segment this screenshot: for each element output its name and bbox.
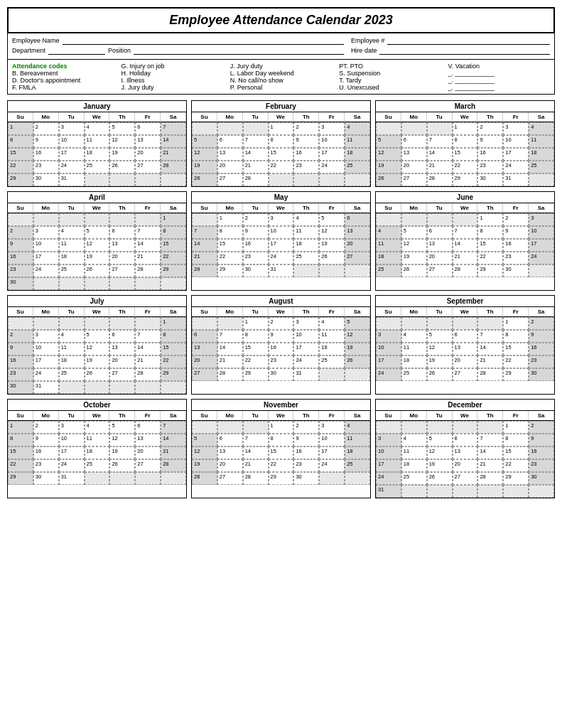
cal-cell[interactable] xyxy=(109,381,135,394)
cal-cell[interactable]: 11 xyxy=(376,239,401,252)
cal-cell[interactable]: 1 xyxy=(503,317,529,330)
cal-cell[interactable]: 22 xyxy=(243,355,269,368)
cal-cell[interactable] xyxy=(217,317,243,330)
cal-cell[interactable]: 20 xyxy=(453,355,478,368)
cal-cell[interactable] xyxy=(243,421,269,434)
cal-cell[interactable]: 26 xyxy=(427,472,453,485)
cal-cell[interactable]: 25 xyxy=(529,161,554,173)
cal-cell[interactable]: 18 xyxy=(401,355,427,368)
cal-cell[interactable]: 11 xyxy=(293,226,319,239)
cal-cell[interactable]: 13 xyxy=(217,148,243,161)
cal-cell[interactable]: 25 xyxy=(85,161,110,173)
cal-cell[interactable]: 18 xyxy=(85,446,110,459)
cal-cell[interactable]: 20 xyxy=(217,459,243,472)
cal-cell[interactable]: 2 xyxy=(8,330,33,343)
cal-cell[interactable]: 7 xyxy=(427,135,453,148)
cal-cell[interactable] xyxy=(477,421,503,434)
cal-cell[interactable]: 7 xyxy=(217,330,243,343)
cal-cell[interactable]: 5 xyxy=(376,135,401,148)
cal-cell[interactable]: 15 xyxy=(503,343,529,355)
cal-cell[interactable]: 12 xyxy=(192,446,217,459)
cal-cell[interactable]: 8 xyxy=(477,226,503,239)
cal-cell[interactable]: 10 xyxy=(376,343,401,355)
cal-cell[interactable] xyxy=(401,213,427,226)
cal-cell[interactable]: 12 xyxy=(376,148,401,161)
cal-cell[interactable] xyxy=(135,472,161,485)
cal-cell[interactable]: 15 xyxy=(217,239,243,252)
cal-cell[interactable]: 26 xyxy=(192,472,217,485)
cal-cell[interactable]: 30 xyxy=(477,173,503,186)
cal-cell[interactable]: 3 xyxy=(376,434,401,446)
cal-cell[interactable]: 15 xyxy=(269,148,294,161)
cal-cell[interactable]: 16 xyxy=(529,446,554,459)
cal-cell[interactable] xyxy=(319,173,345,186)
cal-cell[interactable]: 11 xyxy=(319,330,345,343)
cal-cell[interactable]: 18 xyxy=(85,148,110,161)
cal-cell[interactable]: 10 xyxy=(293,330,319,343)
cal-cell[interactable]: 17 xyxy=(503,148,529,161)
cal-cell[interactable]: 31 xyxy=(59,472,85,485)
cal-cell[interactable] xyxy=(243,122,269,135)
cal-cell[interactable]: 19 xyxy=(85,252,110,264)
cal-cell[interactable]: 6 xyxy=(427,226,453,239)
cal-cell[interactable]: 12 xyxy=(109,135,135,148)
cal-cell[interactable]: 7 xyxy=(192,226,217,239)
cal-cell[interactable]: 13 xyxy=(192,343,217,355)
cal-cell[interactable] xyxy=(529,264,554,277)
cal-cell[interactable]: 13 xyxy=(427,239,453,252)
cal-cell[interactable] xyxy=(85,317,110,330)
cal-cell[interactable] xyxy=(135,213,161,226)
cal-cell[interactable]: 24 xyxy=(33,264,59,277)
cal-cell[interactable] xyxy=(59,213,85,226)
cal-cell[interactable]: 29 xyxy=(8,472,33,485)
cal-cell[interactable]: 12 xyxy=(319,226,345,239)
cal-cell[interactable]: 29 xyxy=(161,368,186,381)
cal-cell[interactable]: 28 xyxy=(243,173,269,186)
cal-cell[interactable]: 4 xyxy=(59,226,85,239)
cal-cell[interactable] xyxy=(33,213,59,226)
cal-cell[interactable]: 22 xyxy=(503,355,529,368)
cal-cell[interactable] xyxy=(135,277,161,290)
cal-cell[interactable]: 16 xyxy=(293,446,319,459)
cal-cell[interactable]: 2 xyxy=(33,122,59,135)
cal-cell[interactable]: 30 xyxy=(8,277,33,290)
cal-cell[interactable]: 29 xyxy=(503,472,529,485)
cal-cell[interactable]: 5 xyxy=(109,421,135,434)
cal-cell[interactable]: 7 xyxy=(135,330,161,343)
cal-cell[interactable]: 23 xyxy=(33,459,59,472)
cal-cell[interactable]: 23 xyxy=(8,264,33,277)
cal-cell[interactable]: 1 xyxy=(8,421,33,434)
cal-cell[interactable]: 14 xyxy=(477,446,503,459)
cal-cell[interactable]: 23 xyxy=(243,252,269,264)
cal-cell[interactable]: 26 xyxy=(345,355,370,368)
cal-cell[interactable]: 1 xyxy=(477,213,503,226)
cal-cell[interactable]: 6 xyxy=(192,330,217,343)
cal-cell[interactable]: 12 xyxy=(345,330,370,343)
cal-cell[interactable]: 3 xyxy=(319,421,345,434)
cal-cell[interactable]: 21 xyxy=(135,355,161,368)
cal-cell[interactable]: 11 xyxy=(345,135,370,148)
cal-cell[interactable]: 28 xyxy=(243,472,269,485)
cal-cell[interactable]: 19 xyxy=(427,459,453,472)
cal-cell[interactable]: 24 xyxy=(59,459,85,472)
cal-cell[interactable]: 21 xyxy=(192,252,217,264)
cal-cell[interactable] xyxy=(109,317,135,330)
cal-cell[interactable]: 10 xyxy=(503,135,529,148)
cal-cell[interactable]: 22 xyxy=(8,459,33,472)
cal-cell[interactable]: 18 xyxy=(529,148,554,161)
cal-cell[interactable]: 20 xyxy=(427,252,453,264)
cal-cell[interactable]: 28 xyxy=(477,472,503,485)
cal-cell[interactable]: 24 xyxy=(293,355,319,368)
cal-cell[interactable]: 29 xyxy=(8,173,33,186)
cal-cell[interactable]: 18 xyxy=(345,148,370,161)
cal-cell[interactable] xyxy=(59,381,85,394)
cal-cell[interactable]: 18 xyxy=(376,252,401,264)
cal-cell[interactable]: 13 xyxy=(401,148,427,161)
cal-cell[interactable]: 6 xyxy=(109,226,135,239)
cal-cell[interactable] xyxy=(109,173,135,186)
cal-cell[interactable]: 2 xyxy=(33,421,59,434)
cal-cell[interactable] xyxy=(453,317,478,330)
cal-cell[interactable] xyxy=(269,173,294,186)
cal-cell[interactable]: 17 xyxy=(293,343,319,355)
cal-cell[interactable]: 17 xyxy=(319,446,345,459)
